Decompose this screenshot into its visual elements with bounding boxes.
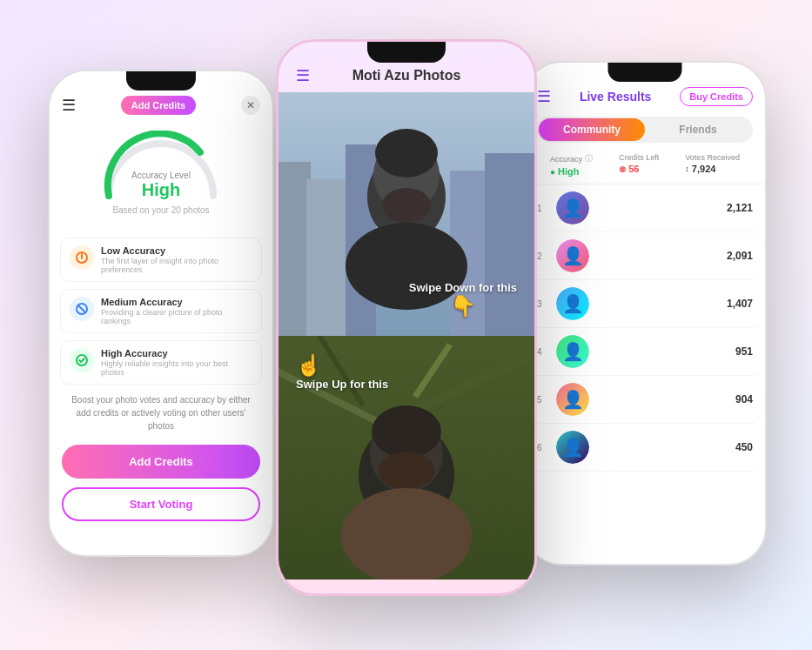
swipe-up-hint: ☝️ Swipe Up for this — [296, 353, 388, 391]
left-phone: ☰ Add Credits ✕ Accuracy Level High Base… — [48, 70, 274, 557]
stat-credits: Credits Left ⊗ 56 — [619, 153, 659, 177]
right-menu-icon[interactable]: ☰ — [537, 87, 551, 106]
avatar-3: 👤 — [556, 287, 589, 320]
med-accuracy-title: Medium Accuracy — [101, 297, 252, 307]
votes-3: 1,407 — [727, 298, 753, 310]
accuracy-item-high: High Accuracy Highly reliable insights i… — [60, 340, 262, 385]
svg-line-4 — [82, 309, 84, 312]
add-credits-top-button[interactable]: Add Credits — [121, 96, 196, 115]
accuracy-item-low: Low Accuracy The first layer of insight … — [60, 238, 262, 282]
stat-accuracy-value: ● High — [550, 166, 593, 177]
avatar-4: 👤 — [556, 335, 589, 368]
result-row-6: 6 👤 450 — [534, 424, 756, 472]
high-accuracy-desc: Highly reliable insights into your best … — [101, 359, 252, 377]
center-menu-icon[interactable]: ☰ — [296, 66, 310, 85]
left-phone-screen: ☰ Add Credits ✕ Accuracy Level High Base… — [50, 71, 272, 555]
photo-bottom[interactable]: ☝️ Swipe Up for this — [278, 336, 534, 580]
high-accuracy-title: High Accuracy — [101, 348, 252, 359]
votes-5: 904 — [735, 393, 753, 405]
high-accuracy-text: High Accuracy Highly reliable insights i… — [101, 348, 252, 377]
svg-point-15 — [382, 188, 431, 223]
rank-6: 6 — [537, 443, 549, 452]
boost-text: Boost your photo votes and accuracy by e… — [50, 385, 272, 441]
accuracy-list: Low Accuracy The first layer of insight … — [50, 238, 272, 385]
buy-credits-button[interactable]: Buy Credits — [680, 87, 753, 106]
avatar-1: 👤 — [556, 191, 589, 224]
center-screen: ☰ Moti Azu Photos — [278, 42, 534, 593]
live-results-label: Live Results — [580, 90, 651, 104]
gauge-container: Accuracy Level High — [96, 131, 226, 200]
svg-rect-8 — [306, 179, 350, 336]
result-row-5: 5 👤 904 — [534, 376, 756, 424]
accuracy-value: High — [96, 180, 226, 200]
start-voting-button[interactable]: Start Voting — [62, 487, 260, 521]
left-phone-notch — [126, 71, 196, 90]
accuracy-item-med: Medium Accuracy Providing a clearer pict… — [60, 289, 262, 333]
tab-friends[interactable]: Friends — [645, 118, 751, 141]
right-screen: ☰ Live Results Buy Credits Community Fri… — [525, 63, 765, 564]
hamburger-icon[interactable]: ☰ — [62, 96, 76, 115]
swipe-down-hint: Swipe Down for this 👇 — [409, 281, 517, 318]
low-accuracy-desc: The first layer of insight into photo pr… — [101, 257, 252, 274]
result-row-3: 3 👤 1,407 — [534, 280, 756, 328]
svg-point-25 — [379, 452, 434, 490]
votes-2: 2,091 — [727, 250, 753, 262]
swipe-up-text: Swipe Up for this — [296, 378, 388, 391]
stats-row: Accuracy ⓘ ● High Credits Left ⊗ 56 Vote… — [525, 146, 765, 184]
based-on-text: Based on your 20 photos — [112, 205, 209, 215]
right-phone: ☰ Live Results Buy Credits Community Fri… — [523, 61, 767, 566]
gauge-label: Accuracy Level High — [96, 171, 226, 200]
result-row-4: 4 👤 951 — [534, 328, 756, 376]
svg-point-24 — [372, 405, 441, 458]
swipe-down-text: Swipe Down for this — [409, 281, 517, 294]
rank-1: 1 — [537, 204, 549, 213]
center-phone-notch — [367, 42, 446, 63]
info-icon: ⓘ — [585, 153, 593, 164]
close-button[interactable]: ✕ — [241, 96, 260, 115]
med-accuracy-text: Medium Accuracy Providing a clearer pict… — [101, 297, 252, 325]
center-title: Moti Azu Photos — [352, 68, 461, 84]
avatar-5: 👤 — [556, 383, 589, 416]
gauge-section: Accuracy Level High Based on your 20 pho… — [50, 122, 272, 238]
low-accuracy-title: Low Accuracy — [101, 245, 252, 256]
rank-5: 5 — [537, 395, 549, 405]
stat-accuracy-label: Accuracy ⓘ — [550, 153, 593, 164]
votes-1: 2,121 — [727, 202, 753, 214]
low-accuracy-text: Low Accuracy The first layer of insight … — [101, 245, 252, 274]
votes-4: 951 — [735, 345, 753, 358]
stat-credits-label: Credits Left — [619, 153, 659, 162]
svg-rect-7 — [278, 162, 311, 336]
high-accuracy-icon — [70, 348, 94, 372]
stat-votes-label: Votes Received — [685, 153, 740, 162]
med-accuracy-icon — [70, 297, 94, 321]
votes-6: 450 — [735, 441, 753, 453]
results-list: 1 👤 2,121 2 👤 2,091 3 👤 1,407 4 👤 951 5 — [525, 184, 765, 564]
add-credits-main-button[interactable]: Add Credits — [62, 445, 260, 479]
avatar-2: 👤 — [556, 239, 589, 272]
stat-credits-value: ⊗ 56 — [619, 164, 659, 174]
avatar-6: 👤 — [556, 431, 589, 464]
svg-point-14 — [375, 129, 438, 178]
tab-community[interactable]: Community — [539, 118, 645, 141]
svg-point-26 — [341, 488, 472, 580]
accuracy-level-label: Accuracy Level — [96, 171, 226, 180]
center-phone: ☰ Moti Azu Photos — [276, 39, 537, 596]
med-accuracy-desc: Providing a clearer picture of photo ran… — [101, 308, 252, 325]
swipe-down-icon: 👇 — [409, 294, 517, 318]
community-tabs: Community Friends — [537, 117, 753, 143]
rank-4: 4 — [537, 347, 549, 357]
swipe-up-icon: ☝️ — [296, 353, 388, 378]
photo-top[interactable]: Swipe Down for this 👇 — [278, 92, 534, 336]
result-row-2: 2 👤 2,091 — [534, 232, 756, 280]
stat-votes-value: ↕ 7,924 — [685, 164, 740, 174]
stat-votes: Votes Received ↕ 7,924 — [685, 153, 740, 177]
right-phone-notch — [608, 63, 682, 82]
rank-2: 2 — [537, 251, 549, 261]
rank-3: 3 — [537, 299, 549, 309]
result-row-1: 1 👤 2,121 — [534, 184, 756, 232]
low-accuracy-icon — [70, 245, 94, 270]
stat-accuracy: Accuracy ⓘ ● High — [550, 153, 593, 177]
